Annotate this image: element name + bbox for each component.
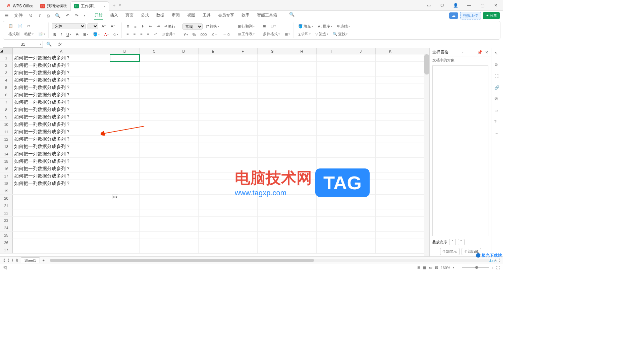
order-up-button[interactable]: ˄ [449, 239, 456, 245]
cell[interactable] [228, 232, 258, 239]
cell[interactable] [287, 106, 317, 113]
cell[interactable] [258, 187, 287, 194]
cell[interactable] [228, 62, 258, 69]
cell[interactable]: 如何把一列数据分成多列？ [13, 84, 110, 91]
cell[interactable] [169, 246, 199, 253]
cell[interactable] [346, 128, 376, 135]
cell[interactable] [287, 202, 317, 209]
cell[interactable] [317, 158, 346, 165]
filter-button[interactable]: ▽ 筛选▾ [314, 31, 329, 37]
menu-data[interactable]: 数据 [156, 11, 165, 20]
font-size-select[interactable]: 11 [88, 23, 98, 29]
cell[interactable] [346, 232, 376, 239]
align-left-icon[interactable]: ≡ [125, 32, 130, 37]
align-middle-icon[interactable]: ≡ [133, 24, 138, 29]
row-header[interactable]: 14 [0, 150, 13, 157]
copy-icon[interactable]: 📑▾ [37, 31, 46, 37]
cell[interactable] [287, 121, 317, 128]
cell[interactable] [140, 165, 169, 172]
cell[interactable]: 如何把一列数据分成多列？ [13, 165, 110, 172]
cell[interactable]: 如何把一列数据分成多列？ [13, 69, 110, 76]
cell[interactable] [317, 232, 346, 239]
cell[interactable] [228, 54, 258, 61]
row-header[interactable]: 8 [0, 106, 13, 113]
sheet-first-icon[interactable]: |⟨ [3, 258, 5, 262]
cell[interactable] [287, 172, 317, 180]
cell[interactable] [317, 180, 346, 187]
cell[interactable] [258, 224, 287, 231]
row-header[interactable]: 16 [0, 165, 13, 172]
row-header[interactable]: 4 [0, 77, 13, 84]
align-right-icon[interactable]: ≡ [139, 32, 144, 37]
cell[interactable] [317, 150, 346, 157]
cell[interactable] [110, 69, 140, 76]
cell[interactable] [287, 136, 317, 143]
cell[interactable] [346, 77, 376, 84]
cell[interactable] [346, 113, 376, 120]
cell[interactable] [169, 239, 199, 246]
cell[interactable] [140, 224, 169, 231]
cell[interactable] [376, 121, 405, 128]
justify-icon[interactable]: ≡ [146, 32, 151, 37]
row-header[interactable]: 19 [0, 187, 13, 194]
cell[interactable] [169, 113, 199, 120]
cell[interactable] [110, 143, 140, 150]
sheet-prev-icon[interactable]: ⟨ [8, 258, 9, 262]
cell[interactable] [110, 77, 140, 84]
cell[interactable] [346, 165, 376, 172]
search-icon[interactable]: 🔍 [288, 11, 296, 20]
cell[interactable] [287, 239, 317, 246]
save-icon[interactable]: 🖫 [27, 12, 34, 19]
cell[interactable]: 如何把一列数据分成多列？ [13, 54, 110, 61]
cell[interactable] [346, 217, 376, 224]
view-normal-icon[interactable]: ⊞ [417, 265, 420, 270]
cell[interactable] [346, 150, 376, 157]
tab-template[interactable]: D 找稻壳模板 [37, 1, 70, 11]
qat-dropdown[interactable]: ▾ [83, 13, 87, 18]
col-header-I[interactable]: I [317, 48, 346, 54]
cell[interactable] [199, 158, 228, 165]
cell[interactable] [140, 91, 169, 98]
merge-button[interactable]: ⊞ 合并▾ [160, 31, 176, 37]
cell[interactable] [317, 77, 346, 84]
cell[interactable] [346, 202, 376, 209]
row-header[interactable]: 24 [0, 224, 13, 231]
cell[interactable] [199, 202, 228, 209]
paste-button[interactable]: 粘贴▾ [23, 31, 35, 37]
menu-start[interactable]: 开始 [94, 11, 103, 20]
cell[interactable] [110, 106, 140, 113]
grid-body[interactable]: 1如何把一列数据分成多列？2如何把一列数据分成多列？3如何把一列数据分成多列？4… [0, 54, 429, 254]
cell[interactable] [346, 143, 376, 150]
cell[interactable] [140, 187, 169, 194]
row-header[interactable]: 18 [0, 180, 13, 187]
cell[interactable] [169, 202, 199, 209]
col-header-E[interactable]: E [199, 48, 228, 54]
cell[interactable] [13, 209, 110, 216]
align-bottom-icon[interactable]: ⬇ [140, 23, 146, 29]
setting-icon[interactable]: ⚙ [494, 62, 500, 68]
comma-icon[interactable]: 000 [199, 32, 208, 37]
cell[interactable] [317, 84, 346, 91]
underline-button[interactable]: U▾ [65, 32, 72, 37]
tab-workbook[interactable]: S 工作簿1 ● [70, 1, 109, 11]
fill-color-button[interactable]: 🪣▾ [92, 32, 101, 37]
cell[interactable] [199, 187, 228, 194]
orientation-icon[interactable]: ⤢ [153, 31, 158, 37]
cell[interactable] [287, 195, 317, 202]
cell[interactable] [258, 106, 287, 113]
cell[interactable] [110, 239, 140, 246]
cell[interactable] [258, 99, 287, 106]
tools-icon[interactable]: 🛠 [494, 97, 500, 103]
cell[interactable] [376, 172, 405, 180]
cell[interactable] [140, 158, 169, 165]
name-box[interactable]: B1 ▾ [3, 41, 43, 48]
order-down-button[interactable]: ˅ [458, 239, 465, 245]
worksheet-button[interactable]: ⊞ 工作表▾ [236, 31, 256, 37]
cell[interactable] [258, 121, 287, 128]
row-header[interactable]: 6 [0, 91, 13, 98]
cond-fmt-button[interactable]: 条件格式▾ [262, 31, 281, 37]
cell[interactable] [169, 180, 199, 187]
cell[interactable] [376, 232, 405, 239]
cell[interactable] [199, 232, 228, 239]
cell[interactable] [258, 62, 287, 69]
